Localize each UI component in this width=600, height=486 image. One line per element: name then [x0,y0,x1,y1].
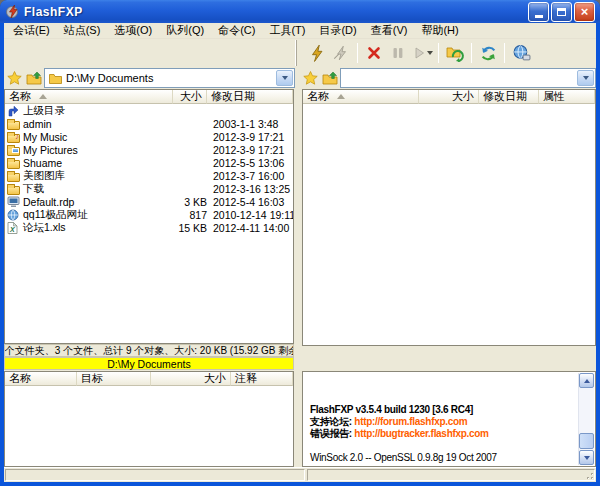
maximize-button[interactable] [551,2,572,22]
local-list-body: 上级目录 admin 2003-1-1 3:48 ♪My Music 2012-… [5,104,293,343]
column-header-size[interactable]: 大小 [419,90,479,104]
status-pane-left [5,469,305,481]
file-row[interactable]: ♪My Music 2012-3-9 17:21 [5,130,293,143]
remote-file-list: 名称 大小 修改日期 属性 [302,89,596,346]
resize-grip[interactable] [583,469,595,481]
scroll-down-button[interactable] [579,450,594,465]
resume-button[interactable] [410,42,434,64]
flashfxp-app-icon [5,4,20,19]
menu-view[interactable]: 查看(V) [364,23,415,39]
local-path-value: D:\My Documents [66,72,153,84]
parent-dir-icon [7,105,20,117]
log-panel: FlashFXP v3.5.4 build 1230 [3.6 RC4] 支持论… [302,371,596,467]
folder-icon [7,173,20,182]
bugtracker-link[interactable]: http://bugtracker.flashfxp.com [354,428,488,439]
pause-icon [390,45,406,61]
star-icon [303,71,318,85]
log-forum-line: 支持论坛: http://forum.flashfxp.com [310,416,575,428]
local-list-header: 名称 大小 修改日期 [5,90,293,104]
local-status-text: 6 个文件夹、3 个文件、总计 9 个对象、大小: 20 KB (15.92 G… [4,344,294,357]
remote-list-header: 名称 大小 修改日期 属性 [303,90,595,104]
scroll-up-button[interactable] [579,373,594,388]
column-header-comment[interactable]: 注释 [231,372,293,386]
pictures-folder-icon [7,147,20,156]
folder-icon [7,186,20,195]
file-row[interactable]: 美图图库 2012-3-7 16:00 [5,169,293,182]
quick-connect-button[interactable] [329,42,353,64]
column-header-target[interactable]: 目标 [77,372,151,386]
transfer-button[interactable] [443,42,467,64]
column-header-name[interactable]: 名称 [303,90,419,104]
close-button[interactable]: × [574,2,595,22]
sort-ascending-icon [337,94,345,99]
local-path-combobox[interactable]: D:\My Documents [44,68,295,88]
column-header-date[interactable]: 修改日期 [479,90,539,104]
folder-up-icon [26,71,42,85]
globe-icon [512,44,531,62]
remote-bookmarks-button[interactable] [302,70,319,87]
file-row[interactable]: Default.rdp 3 KB2012-5-4 16:03 [5,195,293,208]
transfer-icon [445,44,465,62]
file-row[interactable]: qq11极品网址 8172010-12-14 19:11 [5,208,293,221]
menu-options[interactable]: 选项(O) [107,23,159,39]
abort-button[interactable] [362,42,386,64]
file-row-parent[interactable]: 上级目录 [5,104,293,117]
scrollbar-thumb[interactable] [579,433,594,449]
column-header-name[interactable]: 名称 [5,372,77,386]
menu-tools[interactable]: 工具(T) [262,23,312,39]
folder-up-icon [322,71,338,85]
title-bar[interactable]: FlashFXP × [0,0,600,23]
file-row[interactable]: X论坛1.xls 15 KB2012-4-11 14:00 [5,221,293,234]
file-row[interactable]: admin 2003-1-1 3:48 [5,117,293,130]
folder-icon [7,121,20,130]
column-header-size[interactable]: 大小 [151,372,231,386]
menu-directory[interactable]: 目录(D) [312,23,363,39]
local-bookmarks-button[interactable] [6,70,23,87]
menu-commands[interactable]: 命令(C) [211,23,262,39]
pause-button[interactable] [386,42,410,64]
flashfxp-window: FlashFXP × 会话(E) 站点(S) 选项(O) 队列(Q) 命令(C)… [0,0,600,486]
status-bar [4,467,596,482]
column-header-name[interactable]: 名称 [5,90,173,104]
column-header-size[interactable]: 大小 [173,90,207,104]
file-row[interactable]: Shuame 2012-5-5 13:06 [5,156,293,169]
refresh-button[interactable] [476,42,500,64]
menu-queue[interactable]: 队列(Q) [159,23,211,39]
log-bugtracker-line: 错误报告: http://bugtracker.flashfxp.com [310,428,575,440]
site-network-button[interactable] [509,42,533,64]
menu-help[interactable]: 帮助(H) [414,23,465,39]
chevron-down-icon [583,76,589,80]
sort-ascending-icon [39,94,47,99]
menu-bar: 会话(E) 站点(S) 选项(O) 队列(Q) 命令(C) 工具(T) 目录(D… [4,23,596,39]
local-up-directory-button[interactable] [25,70,42,87]
log-winsock-line: WinSock 2.0 -- OpenSSL 0.9.8g 19 Oct 200… [310,452,575,464]
menu-session[interactable]: 会话(E) [6,23,57,39]
abort-x-icon [366,45,382,61]
remote-path-dropdown-button[interactable] [577,70,594,86]
queue-list-body [5,386,293,466]
main-toolbar [296,40,596,66]
xls-file-icon: X [7,222,20,234]
queue-header: 名称 目标 大小 注释 [5,372,293,386]
column-header-date[interactable]: 修改日期 [207,90,293,104]
close-icon: × [581,5,589,18]
resume-dropdown-caret[interactable] [427,51,433,55]
star-icon [7,71,22,85]
minimize-icon [535,15,543,18]
local-path-banner: D:\My Documents [4,357,294,370]
local-path-dropdown-button[interactable] [276,70,293,86]
menu-sites[interactable]: 站点(S) [57,23,108,39]
remote-up-directory-button[interactable] [321,70,338,87]
connect-button[interactable] [305,42,329,64]
folder-icon [7,160,20,169]
column-header-attributes[interactable]: 属性 [539,90,595,104]
toolbar-separator [504,43,505,63]
remote-path-combobox[interactable] [340,68,596,88]
minimize-button[interactable] [528,2,549,22]
file-row[interactable]: 下载 2012-3-16 13:25 [5,182,293,195]
log-scrollbar[interactable] [578,373,594,465]
arrow-up-icon [584,379,590,383]
rdp-file-icon [7,196,20,208]
file-row[interactable]: My Pictures 2012-3-9 17:21 [5,143,293,156]
forum-link[interactable]: http://forum.flashfxp.com [354,416,467,427]
